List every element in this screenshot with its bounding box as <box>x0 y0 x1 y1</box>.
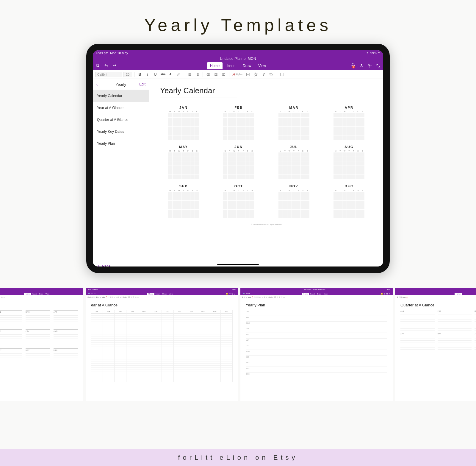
thumb-title: y Key Dates <box>0 303 78 307</box>
bell-icon[interactable]: 1 <box>351 62 355 69</box>
section-title: Yearly <box>102 82 139 87</box>
month-jul: JULMTWTFSS <box>270 145 317 179</box>
font-color-button[interactable] <box>167 71 174 78</box>
notif-badge: 1 <box>352 66 355 68</box>
align-button[interactable] <box>220 71 227 78</box>
svg-point-22 <box>270 74 271 74</box>
edit-button[interactable]: Edit <box>139 82 145 86</box>
styles-button[interactable]: AStyles <box>231 71 244 78</box>
month-feb: FEBMTWTFSS <box>215 106 262 140</box>
share-icon[interactable] <box>359 64 364 68</box>
ribbon: Home Insert Draw View 1 <box>93 62 383 70</box>
hero-title: Yearly Templates <box>0 0 476 44</box>
font-size[interactable]: 20 <box>123 72 132 77</box>
month-may: MAYMTWTFSS <box>160 145 207 179</box>
redo-icon[interactable] <box>112 64 117 68</box>
ribbon-tabs: Home Insert Draw View <box>207 62 269 69</box>
svg-point-4 <box>188 74 188 74</box>
sidebar-item-year-glance[interactable]: Year at A Glance <box>93 102 149 114</box>
status-bar: 6:39 pm Mon 18 May ᯤ 99% ▭ <box>93 50 383 56</box>
font-select[interactable]: Calibri <box>95 72 122 77</box>
undo-icon[interactable] <box>104 64 108 68</box>
calendar-grid: JANMTWTFSSFEBMTWTFSSMARMTWTFSSAPRMTWTFSS… <box>160 106 372 218</box>
back-button[interactable]: ‹ <box>96 82 102 87</box>
expand-icon[interactable] <box>376 64 380 68</box>
month-jun: JUNMTWTFSS <box>215 145 262 179</box>
gear-icon[interactable] <box>368 64 372 68</box>
tab-insert[interactable]: Insert <box>224 62 239 69</box>
thumb-quarter-glance: Home BIUabcA Quarter at A Glance JANFEBM… <box>395 288 476 401</box>
sidebar-item-quarter-glance[interactable]: Quarter at A Glance <box>93 114 149 126</box>
status-right: ᯤ 99% ▭ <box>366 51 380 55</box>
thumb-title: ear at A Glance <box>91 303 233 307</box>
page-content[interactable]: Yearly Calendar JANMTWTFSSFEBMTWTFSSMARM… <box>149 79 383 266</box>
month-mar: MARMTWTFSS <box>270 106 317 140</box>
thumb-title: Yearly Plan <box>246 303 387 307</box>
strike-button[interactable]: abc <box>160 71 166 78</box>
home-indicator[interactable] <box>217 264 259 265</box>
thumbnails-row: HomeInsertDrawView UabcA⋮≡≡⇤⇥≡Aᵃ Styles☑… <box>0 288 476 401</box>
outdent-button[interactable] <box>205 71 212 78</box>
search-icon[interactable] <box>96 64 100 68</box>
svg-line-1 <box>98 66 99 67</box>
month-sep: SEPMTWTFSS <box>160 184 207 218</box>
svg-point-5 <box>188 75 188 75</box>
brand-bar: forLittleLion on Etsy <box>0 449 476 466</box>
underline-button[interactable]: U <box>152 71 159 78</box>
bullet-list-button[interactable] <box>186 71 193 78</box>
todo-button[interactable] <box>245 71 251 78</box>
star-button[interactable] <box>253 71 259 78</box>
number-list-button[interactable] <box>194 71 201 78</box>
month-jan: JANMTWTFSS <box>160 106 207 140</box>
ipad-screen: 6:39 pm Mon 18 May ᯤ 99% ▭ Undated Plann… <box>93 50 383 266</box>
tag-button[interactable] <box>268 71 275 78</box>
sidebar-item-key-dates[interactable]: Yearly Key Dates <box>93 126 149 138</box>
bold-button[interactable]: B <box>137 71 143 78</box>
svg-point-2 <box>369 65 370 66</box>
italic-button[interactable]: I <box>144 71 151 78</box>
insert-button[interactable] <box>279 71 286 78</box>
svg-point-0 <box>96 64 99 67</box>
battery-pct: 99% <box>370 51 377 55</box>
month-oct: OCTMTWTFSS <box>215 184 262 218</box>
question-button[interactable]: ? <box>260 71 267 78</box>
add-page-label: Page <box>102 264 110 266</box>
battery-icon: ▭ <box>378 51 380 55</box>
indent-button[interactable] <box>213 71 219 78</box>
ipad-frame: 6:39 pm Mon 18 May ᯤ 99% ▭ Undated Plann… <box>86 44 390 273</box>
month-dec: DECMTWTFSS <box>326 184 373 218</box>
status-time: 6:39 pm <box>96 51 108 55</box>
sidebar-item-yearly-plan[interactable]: Yearly Plan <box>93 138 149 149</box>
thumb-title: Quarter at A Glance <box>400 303 476 307</box>
svg-rect-23 <box>281 73 284 76</box>
month-nov: NOVMTWTFSS <box>270 184 317 218</box>
page-title[interactable]: Yearly Calendar <box>160 86 237 97</box>
add-page-button[interactable]: + Page <box>93 260 149 266</box>
page-footer: © 2020 forLittleLion. All rights reserve… <box>160 224 372 225</box>
sidebar-item-yearly-calendar[interactable]: Yearly Calendar <box>93 90 149 102</box>
wifi-icon: ᯤ <box>366 51 369 55</box>
formatting-toolbar: Calibri 20 B I U abc AStyles ? <box>93 70 383 79</box>
document-title: Undated Planner MON <box>93 56 383 62</box>
month-aug: AUGMTWTFSS <box>326 145 373 179</box>
plus-icon: + <box>97 264 100 266</box>
svg-point-3 <box>188 73 188 73</box>
tab-view[interactable]: View <box>255 62 269 69</box>
month-apr: APRMTWTFSS <box>326 106 373 140</box>
tab-home[interactable]: Home <box>207 62 223 69</box>
thumb-key-dates: HomeInsertDrawView UabcA⋮≡≡⇤⇥≡Aᵃ Styles☑… <box>0 288 83 401</box>
status-date: Mon 18 May <box>110 51 128 55</box>
svg-rect-21 <box>247 73 250 76</box>
tab-draw[interactable]: Draw <box>240 62 254 69</box>
thumb-yearly-plan: OneNote Undated Planner80% 🔍 ↶ ↷ HomeIns… <box>240 288 393 401</box>
highlight-button[interactable] <box>175 71 182 78</box>
sidebar: ‹ Yearly Edit Yearly Calendar Year at A … <box>93 79 149 266</box>
thumb-year-glance: Sun 17 May76% 🔍 ↶ ↷ HomeInsertDrawView 🔔… <box>86 288 238 401</box>
